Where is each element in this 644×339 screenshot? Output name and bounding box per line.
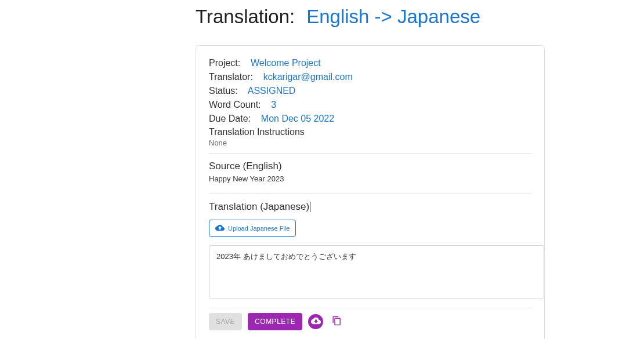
due-date-row: Due Date: Mon Dec 05 2022 [209, 112, 531, 126]
download-button[interactable] [308, 314, 323, 329]
translator-label: Translator: [209, 72, 253, 82]
instructions-value: None [209, 138, 531, 147]
project-row: Project: Welcome Project [209, 56, 531, 70]
page-title: Translation: [196, 6, 295, 28]
text-cursor [310, 202, 310, 212]
upload-file-label: Upload Japanese File [228, 225, 290, 232]
word-count-value: 3 [271, 100, 276, 110]
divider [209, 153, 531, 154]
translation-textarea[interactable] [209, 245, 544, 298]
complete-button[interactable]: COMPLETE [248, 313, 302, 330]
word-count-row: Word Count: 3 [209, 98, 531, 112]
due-date-label: Due Date: [209, 114, 251, 123]
status-value: ASSIGNED [248, 86, 296, 96]
page-header: Translation: English -> Japanese [196, 6, 644, 28]
translator-link[interactable]: kckarigar@gmail.com [263, 72, 353, 82]
cloud-upload-icon [215, 223, 225, 234]
save-button[interactable]: SAVE [209, 313, 242, 330]
status-row: Status: ASSIGNED [209, 84, 531, 98]
actions-row: SAVE COMPLETE [209, 308, 531, 330]
translator-row: Translator: kckarigar@gmail.com [209, 70, 531, 84]
divider [209, 194, 531, 194]
copy-button[interactable] [329, 314, 344, 329]
language-pair: English -> Japanese [306, 6, 480, 28]
project-link[interactable]: Welcome Project [251, 58, 321, 68]
source-title: Source (English) [209, 161, 531, 172]
status-label: Status: [209, 86, 238, 96]
source-text: Happy New Year 2023 [209, 174, 531, 183]
upload-file-button[interactable]: Upload Japanese File [209, 220, 296, 237]
translation-title: Translation (Japanese) [209, 201, 531, 213]
project-label: Project: [209, 58, 240, 68]
cloud-download-icon [311, 316, 321, 328]
due-date-value: Mon Dec 05 2022 [261, 114, 334, 123]
copy-icon [332, 316, 342, 328]
word-count-label: Word Count: [209, 100, 261, 110]
instructions-label: Translation Instructions [209, 127, 531, 137]
translation-card: Project: Welcome Project Translator: kck… [196, 45, 545, 339]
